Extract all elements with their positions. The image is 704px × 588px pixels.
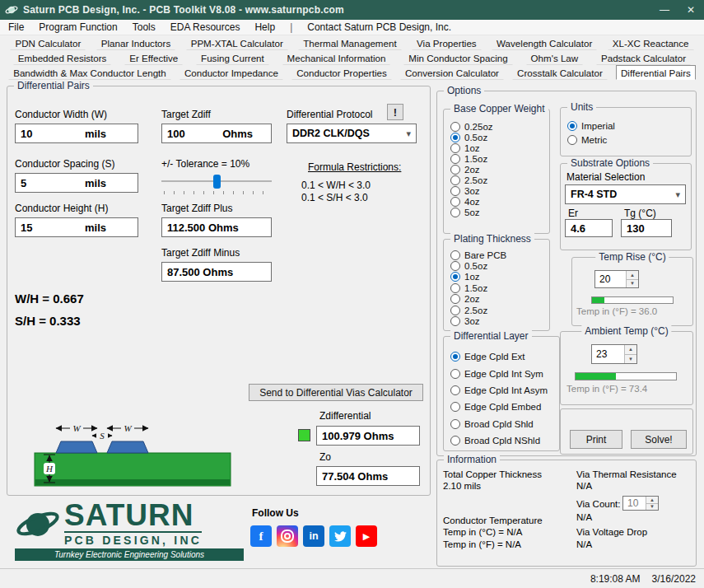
total-copper-thickness-value: 2.10 mils	[443, 481, 481, 491]
radio-2oz[interactable]: 2oz	[450, 164, 548, 175]
tab-conductor-impedance[interactable]: Conductor Impedance	[179, 65, 283, 80]
youtube-icon[interactable]: ▶	[356, 525, 377, 547]
temp-rise-title: Temp Rise (°C)	[595, 251, 669, 263]
radio-1oz[interactable]: 1oz	[450, 272, 548, 282]
menu-help[interactable]: Help	[254, 21, 275, 33]
tab-differential-pairs[interactable]: Differential Pairs	[616, 65, 696, 80]
title-bar: Saturn PCB Design, Inc. - PCB Toolkit V8…	[0, 0, 704, 20]
menu-eda-resources[interactable]: EDA Resources	[170, 21, 240, 33]
radio-icon	[450, 143, 460, 153]
social-icons: f in ▶	[250, 525, 377, 547]
radio-icon	[450, 250, 460, 260]
radio-metric[interactable]: Metric	[567, 133, 689, 147]
twitter-icon[interactable]	[329, 525, 351, 547]
radio-4oz[interactable]: 4oz	[450, 196, 548, 207]
radio-bare-pcb[interactable]: Bare PCB	[450, 250, 548, 260]
tab-conductor-properties[interactable]: Conductor Properties	[291, 65, 392, 80]
radio-0-25oz[interactable]: 0.25oz	[450, 121, 548, 132]
tab-planar-inductors[interactable]: Planar Inductors	[96, 35, 175, 50]
menu-tools[interactable]: Tools	[133, 21, 156, 33]
stepper-up-icon[interactable]: ▲	[646, 497, 658, 503]
conductor-width-field[interactable]: 10 mils	[15, 124, 138, 143]
instagram-icon[interactable]	[277, 525, 298, 547]
tg-field[interactable]: 130	[621, 219, 672, 237]
radio-edge-cpld-int-sym[interactable]: Edge Cpld Int Sym	[450, 365, 557, 381]
menu-file[interactable]: File	[8, 21, 24, 33]
tab-via-properties[interactable]: Via Properties	[412, 35, 482, 50]
radio-edge-cpld-int-asym[interactable]: Edge Cpld Int Asym	[450, 382, 557, 399]
substrate-options-title: Substrate Options	[567, 157, 653, 169]
stepper-up-icon[interactable]: ▲	[627, 271, 638, 279]
tab-conversion-calculator[interactable]: Conversion Calculator	[400, 65, 504, 80]
tab-wavelength-calculator[interactable]: Wavelength Calculator	[492, 35, 597, 50]
tolerance-label: +/- Tolerance = 10%	[161, 158, 249, 170]
facebook-icon[interactable]: f	[250, 525, 272, 547]
tab-pdn-calculator[interactable]: PDN Calculator	[10, 35, 86, 50]
minimize-button[interactable]: —	[651, 0, 678, 20]
conductor-spacing-field[interactable]: 5 mils	[15, 173, 138, 193]
tab-thermal-management[interactable]: Thermal Management	[298, 35, 401, 50]
close-button[interactable]: ✕	[678, 0, 704, 20]
tab-crosstalk-calculator[interactable]: Crosstalk Calculator	[512, 65, 608, 80]
radio-2-5oz[interactable]: 2.5oz	[450, 305, 548, 315]
radio-1-5oz[interactable]: 1.5oz	[450, 282, 548, 293]
radio-1oz[interactable]: 1oz	[450, 142, 548, 153]
stepper-down-icon[interactable]: ▼	[627, 279, 638, 288]
radio-label: Edge Cpld Ext	[464, 352, 525, 362]
slider-thumb[interactable]	[213, 175, 221, 189]
temp-rise-stepper[interactable]: 20 ▲▼	[594, 270, 639, 288]
linkedin-icon[interactable]: in	[303, 525, 324, 547]
tab-er-effective[interactable]: Er Effective	[124, 50, 183, 65]
tab-embedded-resistors[interactable]: Embedded Resistors	[13, 50, 112, 65]
tolerance-slider[interactable]	[161, 173, 272, 194]
target-zdiff-label: Target Zdiff	[161, 109, 211, 120]
radio-icon	[450, 272, 460, 282]
tab-bandwidth-max-conductor-length[interactable]: Bandwidth & Max Conductor Length	[8, 65, 171, 80]
tab-padstack-calculator[interactable]: Padstack Calculator	[596, 50, 691, 65]
radio-broad-cpld-shld[interactable]: Broad Cpld Shld	[450, 416, 557, 432]
tab-mechanical-information[interactable]: Mechanical Information	[282, 50, 391, 65]
send-to-differential-vias-button[interactable]: Send to Differential Vias Calculator	[249, 384, 423, 401]
radio-broad-cpld-nshld[interactable]: Broad Cpld NShld	[450, 432, 557, 449]
conductor-height-field[interactable]: 15 mils	[15, 217, 138, 237]
tab-fusing-current[interactable]: Fusing Current	[196, 50, 269, 65]
er-field[interactable]: 4.6	[565, 219, 613, 237]
radio-2-5oz[interactable]: 2.5oz	[450, 175, 548, 185]
radio-3oz[interactable]: 3oz	[450, 185, 548, 196]
stepper-down-icon[interactable]: ▼	[625, 354, 636, 364]
radio-icon	[450, 402, 460, 412]
stepper-up-icon[interactable]: ▲	[625, 345, 636, 354]
conductor-width-unit: mils	[85, 128, 106, 140]
solve-button[interactable]: Solve!	[631, 430, 687, 449]
radio-3oz[interactable]: 3oz	[450, 315, 548, 326]
menu-program-function[interactable]: Program Function	[39, 21, 117, 33]
via-count-label: Via Count:	[576, 499, 621, 509]
stepper-down-icon[interactable]: ▼	[646, 503, 658, 511]
radio-edge-cpld-embed[interactable]: Edge Cpld Embed	[450, 399, 557, 415]
radio-icon	[450, 283, 460, 293]
print-button[interactable]: Print	[570, 430, 622, 449]
radio-1-5oz[interactable]: 1.5oz	[450, 153, 548, 164]
wh-ratio-text: W/H = 0.667	[15, 292, 84, 306]
menu-bar: FileProgram FunctionToolsEDA ResourcesHe…	[0, 20, 704, 35]
radio-edge-cpld-ext[interactable]: Edge Cpld Ext	[450, 348, 557, 365]
material-selection-dropdown[interactable]: FR-4 STD ▾	[565, 184, 686, 204]
tab-min-conductor-spacing[interactable]: Min Conductor Spacing	[403, 50, 513, 65]
tab-ohm-s-law[interactable]: Ohm's Law	[526, 50, 584, 65]
protocol-warning-button[interactable]: !	[387, 104, 403, 120]
radio-icon	[450, 154, 460, 164]
radio-0-5oz[interactable]: 0.5oz	[450, 132, 548, 142]
radio-2oz[interactable]: 2oz	[450, 294, 548, 305]
via-count-stepper[interactable]: 10 ▲▼	[622, 496, 659, 511]
radio-5oz[interactable]: 5oz	[450, 207, 548, 217]
menu-contact-link[interactable]: Contact Saturn PCB Design, Inc.	[307, 21, 451, 33]
differential-protocol-dropdown[interactable]: DDR2 CLK/DQS ▾	[287, 124, 417, 143]
ambient-temp-stepper[interactable]: 23 ▲▼	[591, 344, 637, 364]
target-zdiff-field[interactable]: 100 Ohms	[161, 124, 272, 143]
units-group: Units ImperialMetric	[560, 107, 692, 156]
diagram-h-label: H	[45, 464, 54, 474]
radio-0-5oz[interactable]: 0.5oz	[450, 260, 548, 271]
tab-ppm-xtal-calculator[interactable]: PPM-XTAL Calculator	[186, 35, 288, 50]
radio-imperial[interactable]: Imperial	[567, 119, 689, 133]
tab-xl-xc-reactance[interactable]: XL-XC Reactance	[608, 35, 694, 50]
